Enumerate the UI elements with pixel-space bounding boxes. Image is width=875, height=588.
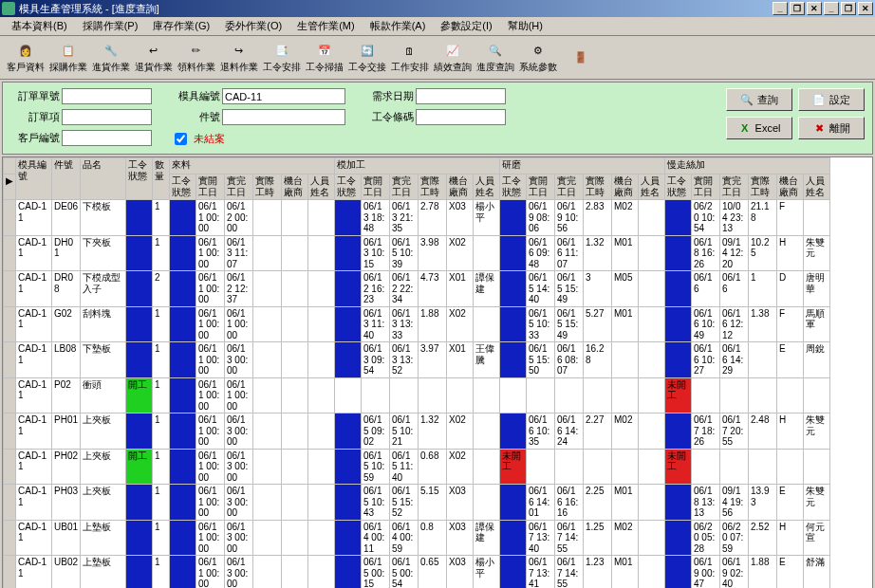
table-row[interactable]: CAD-11P02衝頭開工106/11 00:0006/11 00:00未開工 xyxy=(4,377,830,413)
mdi-close-button[interactable]: ✕ xyxy=(807,2,822,15)
table-row[interactable]: CAD-11PH02上夾板開工106/11 00:0006/13 00:0006… xyxy=(4,449,830,485)
sub-header[interactable]: 工令狀態 xyxy=(665,175,692,200)
cust-no-input[interactable] xyxy=(62,130,152,146)
mdi-max-button[interactable]: ❐ xyxy=(790,2,805,15)
toolbar-btn-11[interactable]: 🔍進度查詢 xyxy=(474,38,516,78)
toolbar-btn-10[interactable]: 📈績效查詢 xyxy=(431,38,474,78)
toolbar-btn-13[interactable]: 🚪 xyxy=(559,38,602,78)
win-min-button[interactable]: _ xyxy=(824,2,839,15)
col-header[interactable]: 工令狀態 xyxy=(126,158,153,200)
toolbar-btn-4[interactable]: ✏領料作業 xyxy=(175,38,217,78)
status-cell xyxy=(665,413,692,450)
sub-header[interactable]: 人員姓名 xyxy=(639,175,665,200)
toolbar-btn-2[interactable]: 🔧進貨作業 xyxy=(89,38,132,78)
sub-header[interactable]: 實完工日 xyxy=(225,175,253,200)
sub-header[interactable]: 實際工時 xyxy=(419,175,447,200)
menu-item-5[interactable]: 帳款作業(A) xyxy=(363,17,434,35)
table-row[interactable]: CAD-11DR08下模成型入子206/11 00:0006/12 12:370… xyxy=(4,271,830,307)
sub-header[interactable]: 實完工日 xyxy=(720,175,749,200)
row-selector[interactable]: ▶ xyxy=(4,175,16,200)
toolbar-btn-8[interactable]: 🔄工令交接 xyxy=(345,38,388,78)
table-row[interactable]: CAD-11PH01上夾板106/11 00:0006/13 00:0006/1… xyxy=(4,413,830,450)
col-header[interactable]: 件號 xyxy=(52,158,81,200)
status-cell xyxy=(500,520,527,556)
toolbar-label: 系統參數 xyxy=(519,61,557,74)
toolbar-label: 退貨作業 xyxy=(135,61,173,74)
menu-item-0[interactable]: 基本資料(B) xyxy=(4,17,75,35)
sub-header[interactable]: 實開工日 xyxy=(692,175,720,200)
status-cell xyxy=(170,377,196,413)
toolbar-btn-6[interactable]: 📑工令安排 xyxy=(260,38,303,78)
status-cell xyxy=(126,306,153,342)
toolbar-icon: 🔄 xyxy=(357,42,378,61)
status-cell xyxy=(665,235,692,271)
sub-header[interactable]: 工令狀態 xyxy=(335,175,362,200)
status-cell: 開工 xyxy=(126,449,153,485)
menu-item-3[interactable]: 委外作業(O) xyxy=(217,17,289,35)
toolbar-btn-5[interactable]: ↪退料作業 xyxy=(217,38,260,78)
settings-button[interactable]: 📄設定 xyxy=(798,88,865,111)
toolbar-btn-3[interactable]: ↩退貨作業 xyxy=(132,38,175,78)
sub-header[interactable]: 實完工日 xyxy=(555,175,584,200)
menu-item-1[interactable]: 採購作業(P) xyxy=(75,17,146,35)
menu-item-6[interactable]: 參數設定(I) xyxy=(433,17,499,35)
sub-header[interactable]: 實際工時 xyxy=(584,175,612,200)
sub-header[interactable]: 機台廠商 xyxy=(282,175,308,200)
sub-header[interactable]: 實開工日 xyxy=(362,175,390,200)
toolbar-btn-12[interactable]: ⚙系統參數 xyxy=(516,38,559,78)
table-row[interactable]: CAD-11G02刮料塊106/11 00:0006/11 00:0006/13… xyxy=(4,306,830,342)
sub-header[interactable]: 實完工日 xyxy=(390,175,419,200)
sub-header[interactable]: 實際工時 xyxy=(253,175,282,200)
excel-button[interactable]: XExcel xyxy=(726,117,792,139)
toolbar-btn-9[interactable]: 🗓工作安排 xyxy=(388,38,431,78)
sub-header[interactable]: 實開工日 xyxy=(527,175,555,200)
menu-item-7[interactable]: 幫助(H) xyxy=(500,17,550,35)
mold-no-label: 模具編號 xyxy=(171,89,220,103)
group-header[interactable]: 來料 xyxy=(170,158,335,175)
data-grid[interactable]: 模具編號件號品名工令狀態數量來料模加工研磨慢走絲加▶工令狀態實開工日實完工日實際… xyxy=(2,156,873,588)
sub-header[interactable]: 實開工日 xyxy=(196,175,225,200)
sub-header[interactable]: 實際工時 xyxy=(749,175,777,200)
menu-item-4[interactable]: 生管作業(M) xyxy=(289,17,363,35)
group-header[interactable]: 研磨 xyxy=(500,158,665,175)
col-header[interactable]: 數量 xyxy=(153,158,170,200)
table-row[interactable]: CAD-11UB02上墊板106/11 00:0006/13 00:0006/1… xyxy=(4,556,830,589)
table-row[interactable]: CAD-11LB08下墊板106/11 00:0006/13 00:0006/1… xyxy=(4,342,830,378)
sub-header[interactable]: 人員姓名 xyxy=(804,175,830,200)
col-header[interactable]: 品名 xyxy=(81,158,126,200)
query-button[interactable]: 🔍查詢 xyxy=(726,88,792,111)
win-max-button[interactable]: ❐ xyxy=(841,2,856,15)
table-row[interactable]: CAD-11PH03上夾板106/11 00:0006/13 00:0006/1… xyxy=(4,485,830,521)
mold-no-input[interactable] xyxy=(222,88,345,104)
unfinished-checkbox[interactable] xyxy=(175,133,187,145)
table-row[interactable]: CAD-11DH01下夾板106/11 00:0006/13 11:0706/1… xyxy=(4,235,830,271)
order-no-input[interactable] xyxy=(62,88,152,104)
sub-header[interactable]: 工令狀態 xyxy=(500,175,527,200)
sub-header[interactable]: 機台廠商 xyxy=(612,175,639,200)
group-header[interactable]: 模加工 xyxy=(335,158,500,175)
toolbar-btn-0[interactable]: 👩客戶資料 xyxy=(4,38,47,78)
part-no-input[interactable] xyxy=(222,109,345,125)
status-cell xyxy=(335,306,362,342)
close-button[interactable]: ✖離開 xyxy=(798,117,865,139)
order-item-input[interactable] xyxy=(62,109,152,125)
wo-barcode-input[interactable] xyxy=(416,109,506,125)
status-cell xyxy=(500,556,527,589)
toolbar-btn-1[interactable]: 📋採購作業 xyxy=(47,38,89,78)
sub-header[interactable]: 機台廠商 xyxy=(777,175,804,200)
sub-header[interactable]: 人員姓名 xyxy=(474,175,500,200)
sub-header[interactable]: 工令狀態 xyxy=(170,175,196,200)
sub-header[interactable]: 人員姓名 xyxy=(308,175,335,200)
sub-header[interactable]: 機台廠商 xyxy=(447,175,474,200)
status-cell xyxy=(170,449,196,485)
status-cell xyxy=(500,306,527,342)
col-header[interactable]: 模具編號 xyxy=(16,158,52,200)
group-header[interactable]: 慢走絲加 xyxy=(665,158,830,175)
table-row[interactable]: CAD-11UB01上墊板106/11 00:0006/13 00:0006/1… xyxy=(4,520,830,556)
table-row[interactable]: CAD-11DE06下模板106/11 00:0006/12 00:0006/1… xyxy=(4,200,830,236)
req-date-input[interactable] xyxy=(416,88,506,104)
mdi-min-button[interactable]: _ xyxy=(773,2,788,15)
toolbar-btn-7[interactable]: 📅工令掃描 xyxy=(303,38,345,78)
win-close-button[interactable]: ✕ xyxy=(858,2,873,15)
menu-item-2[interactable]: 庫存作業(G) xyxy=(145,17,217,35)
